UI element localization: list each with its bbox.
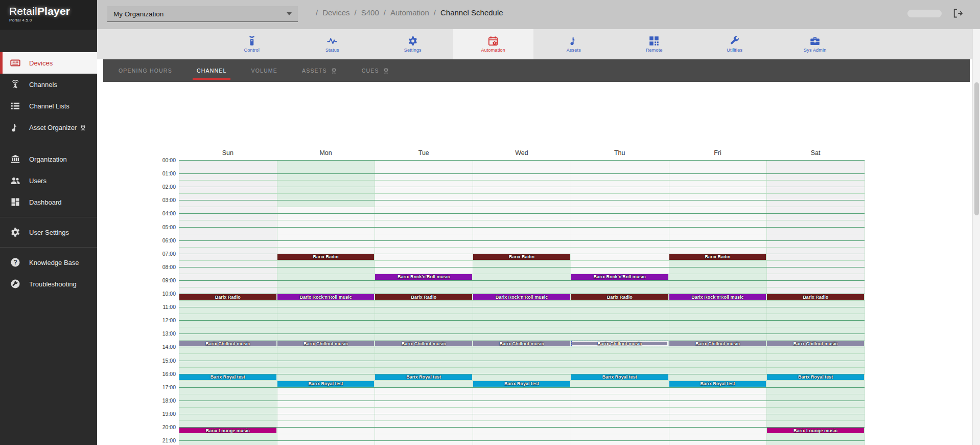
schedule-event-barix-radio[interactable]: Barix Radio [179, 294, 276, 300]
sidebar-item-label: Channel Lists [29, 102, 69, 110]
sidebar-item-label: Knowledge Base [29, 259, 79, 266]
sidebar-item-troubleshooting[interactable]: Troubleshooting [0, 273, 97, 295]
sidebar-item-knowledge-base[interactable]: ?Knowledge Base [0, 252, 97, 273]
toolbar-item-status[interactable]: Status [292, 29, 373, 59]
status-icon [327, 36, 337, 46]
breadcrumb: /Devices/S400/Automation/Channel Schedul… [316, 8, 503, 17]
toolbar-item-label: Remote [646, 48, 663, 53]
breadcrumb-segment-channel-schedule[interactable]: Channel Schedule [440, 8, 503, 17]
topbar-pill-button[interactable] [907, 10, 942, 17]
toolbar-item-label: Utilities [727, 48, 742, 53]
organization-select[interactable]: My Organization [107, 6, 298, 22]
toolbar-item-automation[interactable]: Automation [453, 29, 534, 59]
toolbar-item-settings[interactable]: Settings [372, 29, 453, 59]
schedule-event-barix-royal-test[interactable]: Barix Royal test [669, 381, 766, 387]
breadcrumb-segment-s400[interactable]: S400 [361, 8, 379, 17]
topbar: My Organization /Devices/S400/Automation… [97, 0, 980, 29]
toolbar-item-assets[interactable]: Assets [533, 29, 614, 59]
sidebar-item-label: Dashboard [29, 198, 62, 206]
schedule-event-barix-rock-n-roll-music[interactable]: Barix Rock'n'Roll music [375, 274, 472, 280]
badge-icon [80, 124, 86, 131]
tab-volume[interactable]: VOLUME [249, 59, 279, 82]
tab-assets[interactable]: ASSETS [300, 59, 339, 82]
schedule-event-barix-chillout-music[interactable]: Barix Chillout music [375, 341, 472, 346]
sidebar-item-users[interactable]: Users [0, 170, 97, 191]
schedule-event-barix-lounge-music[interactable]: Barix Lounge music [179, 428, 276, 433]
schedule-event-barix-royal-test[interactable]: Barix Royal test [179, 374, 276, 380]
users-icon [10, 175, 20, 186]
schedule-event-barix-royal-test[interactable]: Barix Royal test [375, 374, 472, 380]
sidebar-item-channels[interactable]: Channels [0, 74, 97, 95]
sidebar-item-asset-organizer[interactable]: Asset Organizer [0, 117, 97, 138]
schedule-event-barix-lounge-music[interactable]: Barix Lounge music [767, 428, 864, 433]
badge-icon [331, 68, 337, 74]
sidebar-nav: DevicesChannelsChannel ListsAsset Organi… [0, 52, 97, 295]
schedule-event-barix-chillout-music[interactable]: Barix Chillout music [767, 341, 864, 346]
sidebar-item-channel-lists[interactable]: Channel Lists [0, 95, 97, 117]
schedule-event-barix-royal-test[interactable]: Barix Royal test [277, 381, 375, 387]
toolbar-item-label: Settings [404, 48, 422, 53]
assets-icon [569, 36, 579, 46]
knowledge-base-icon: ? [10, 257, 20, 268]
schedule-event-barix-radio[interactable]: Barix Radio [767, 294, 864, 300]
sidebar-item-label: Users [29, 177, 46, 185]
schedule-event-barix-rock-n-roll-music[interactable]: Barix Rock'n'Roll music [571, 274, 668, 280]
scrollbar-thumb[interactable] [974, 82, 979, 215]
toolbar-item-label: Control [244, 48, 260, 53]
sidebar-item-dashboard[interactable]: Dashboard [0, 191, 97, 213]
breadcrumb-segment-automation[interactable]: Automation [390, 8, 429, 17]
settings-icon [408, 36, 418, 46]
utilities-icon [730, 36, 740, 46]
sidebar-item-user-settings[interactable]: User Settings [0, 221, 97, 243]
sidebar-divider [0, 247, 97, 248]
schedule-event-barix-rock-n-roll-music[interactable]: Barix Rock'n'Roll music [473, 294, 570, 300]
sidebar-item-label: Channels [29, 81, 57, 88]
toolbar-item-label: Sys Admin [804, 48, 826, 53]
tab-opening-hours[interactable]: OPENING HOURS [116, 59, 174, 82]
troubleshooting-icon [10, 279, 20, 289]
schedule-event-barix-radio[interactable]: Barix Radio [571, 294, 668, 300]
toolbar-item-utilities[interactable]: Utilities [694, 29, 775, 59]
tab-channel[interactable]: CHANNEL [195, 59, 229, 82]
toolbar-item-control[interactable]: Control [212, 29, 292, 59]
devices-icon [10, 58, 20, 68]
sidebar-item-organization[interactable]: Organization [0, 148, 97, 170]
breadcrumb-segment-devices[interactable]: Devices [322, 8, 349, 17]
schedule-event-barix-radio[interactable]: Barix Radio [277, 254, 375, 260]
main-toolbar: ControlStatusSettingsAutomationAssetsRem… [97, 29, 980, 59]
schedule-event-barix-radio[interactable]: Barix Radio [473, 254, 570, 260]
chevron-down-icon [287, 12, 292, 15]
sidebar-item-label: Asset Organizer [29, 124, 77, 131]
logout-icon[interactable] [952, 8, 963, 18]
schedule-event-barix-rock-n-roll-music[interactable]: Barix Rock'n'Roll music [277, 294, 375, 300]
schedule-event-barix-chillout-music[interactable]: Barix Chillout music [669, 341, 766, 346]
schedule-event-barix-chillout-music[interactable]: Barix Chillout music [277, 341, 375, 346]
app-logo: RetailPlayer Portal 4.5.0 [0, 0, 97, 30]
schedule-event-barix-rock-n-roll-music[interactable]: Barix Rock'n'Roll music [669, 294, 766, 300]
vertical-scrollbar[interactable] [972, 29, 980, 445]
sidebar: RetailPlayer Portal 4.5.0 DevicesChannel… [0, 0, 97, 445]
tab-cues[interactable]: CUES [360, 59, 391, 82]
tab-label: OPENING HOURS [119, 68, 172, 74]
control-icon [247, 36, 257, 46]
toolbar-item-label: Automation [481, 48, 505, 53]
schedule-event-barix-royal-test[interactable]: Barix Royal test [767, 374, 864, 380]
toolbar-item-label: Assets [567, 48, 581, 53]
breadcrumb-separator: / [316, 8, 318, 17]
schedule-event-barix-chillout-music[interactable]: Barix Chillout music [473, 341, 570, 346]
toolbar-item-remote[interactable]: Remote [614, 29, 695, 59]
toolbar-item-label: Status [325, 48, 339, 53]
sysadmin-icon [810, 36, 820, 46]
toolbar-item-sys-admin[interactable]: Sys Admin [775, 29, 856, 59]
schedule-event-barix-chillout-music[interactable]: Barix Chillout music [179, 341, 276, 346]
schedule-event-barix-radio[interactable]: Barix Radio [375, 294, 472, 300]
schedule-event-barix-radio[interactable]: Barix Radio [669, 254, 766, 260]
schedule-event-barix-royal-test[interactable]: Barix Royal test [571, 374, 668, 380]
tab-label: ASSETS [302, 68, 327, 74]
sidebar-item-devices[interactable]: Devices [0, 52, 97, 74]
channel-lists-icon [10, 101, 20, 111]
remote-icon [649, 36, 659, 46]
schedule-event-barix-chillout-music[interactable]: Barix Chillout music [571, 341, 668, 346]
sidebar-spacer [0, 138, 97, 148]
schedule-event-barix-royal-test[interactable]: Barix Royal test [473, 381, 570, 387]
